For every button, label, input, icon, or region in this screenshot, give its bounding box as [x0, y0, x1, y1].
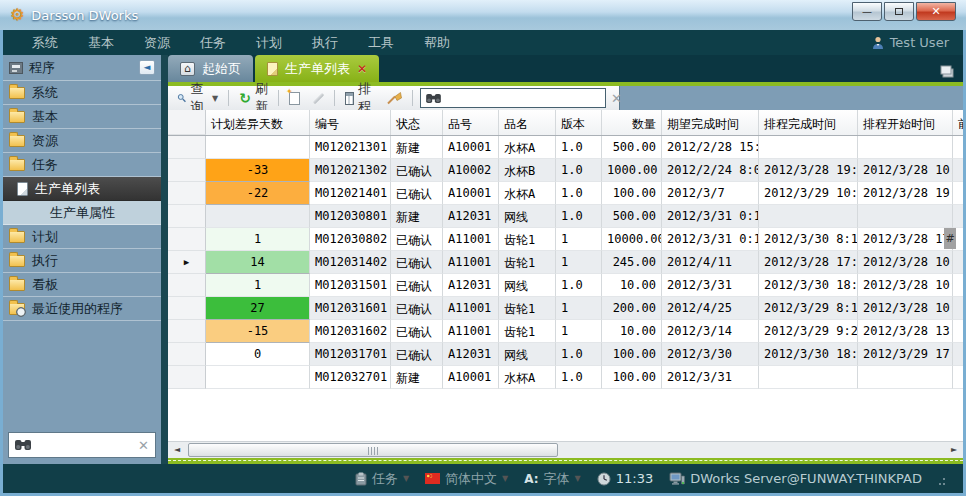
cell-due-time[interactable]: 2012/3/14: [662, 320, 759, 343]
cell-diff-days[interactable]: [206, 366, 310, 389]
table-row[interactable]: 1M012031501已确认A12031网线1.010.002012/3/312…: [168, 274, 963, 297]
sidebar-item-看板[interactable]: 看板: [3, 273, 161, 297]
cell-item-no[interactable]: A12031: [443, 343, 499, 366]
cell-due-time[interactable]: 2012/2/28 15:00: [662, 136, 759, 159]
cell-due-time[interactable]: 2012/2/24 8:00: [662, 159, 759, 182]
row-selector[interactable]: [168, 228, 206, 251]
table-row[interactable]: 0M012031701已确认A12031网线1.0100.002012/3/30…: [168, 343, 963, 366]
sidebar-item-资源[interactable]: 资源: [3, 129, 161, 153]
cell-order-no[interactable]: M012031501: [310, 274, 391, 297]
cell-sched-end[interactable]: 2012/3/30 8:15: [759, 228, 858, 251]
cell-order-no[interactable]: M012021302: [310, 159, 391, 182]
cell-sched-end[interactable]: 2012/3/29 8:15: [759, 297, 858, 320]
sidebar-item-生产单列表[interactable]: 生产单列表: [3, 177, 161, 201]
cell-item-no[interactable]: A10001: [443, 366, 499, 389]
cell-extra[interactable]: [953, 366, 963, 389]
cell-extra[interactable]: [953, 159, 963, 182]
cell-status[interactable]: 新建: [391, 366, 443, 389]
cell-qty[interactable]: 200.00: [602, 297, 662, 320]
cell-status[interactable]: 已确认: [391, 251, 443, 274]
resize-grip[interactable]: [938, 472, 947, 486]
cell-version[interactable]: 1.0: [556, 343, 602, 366]
menu-item-系统[interactable]: 系统: [17, 34, 73, 52]
cell-sched-end[interactable]: 2012/3/29 10:20: [759, 182, 858, 205]
cell-sched-start[interactable]: [858, 366, 953, 389]
cell-version[interactable]: 1.0: [556, 136, 602, 159]
table-row[interactable]: -33M012021302已确认A10002水杯B1.01000.002012/…: [168, 159, 963, 182]
cell-due-time[interactable]: 2012/3/31: [662, 366, 759, 389]
table-row[interactable]: M012032701新建A10001水杯A1.0100.002012/3/31: [168, 366, 963, 389]
cell-item-no[interactable]: A11001: [443, 251, 499, 274]
cell-diff-days[interactable]: 14: [206, 251, 310, 274]
cell-extra[interactable]: [953, 136, 963, 159]
cell-order-no[interactable]: M012031602: [310, 320, 391, 343]
cell-version[interactable]: 1.0: [556, 159, 602, 182]
cell-item-name[interactable]: 网线: [499, 274, 556, 297]
cell-version[interactable]: 1: [556, 320, 602, 343]
cell-sched-end[interactable]: 2012/3/29 9:20: [759, 320, 858, 343]
cell-sched-end[interactable]: [759, 136, 858, 159]
window-list-icon[interactable]: [939, 65, 955, 78]
cell-extra[interactable]: [953, 251, 963, 274]
cell-sched-start[interactable]: 2012/3/28 17:13: [858, 228, 953, 251]
row-selector[interactable]: ▶: [168, 251, 206, 274]
status-language-menu[interactable]: 简体中文 ▼: [425, 470, 508, 488]
toolbar-search-clear-icon[interactable]: ✕: [611, 91, 622, 106]
column-header-前[interactable]: 前: [953, 110, 963, 135]
table-row[interactable]: -22M012021401已确认A10001水杯A1.0100.002012/3…: [168, 182, 963, 205]
sidebar-item-任务[interactable]: 任务: [3, 153, 161, 177]
cell-sched-start[interactable]: 2012/3/29 17:46: [858, 343, 953, 366]
menu-item-资源[interactable]: 资源: [129, 34, 185, 52]
cell-qty[interactable]: 100.00: [602, 366, 662, 389]
cell-qty[interactable]: 500.00: [602, 136, 662, 159]
cell-extra[interactable]: [953, 205, 963, 228]
cell-extra[interactable]: [953, 320, 963, 343]
cell-item-no[interactable]: A10002: [443, 159, 499, 182]
cell-sched-start[interactable]: 2012/3/28 10:52: [858, 251, 953, 274]
table-row[interactable]: -15M012031602已确认A11001齿轮1110.002012/3/14…: [168, 320, 963, 343]
cell-status[interactable]: 已确认: [391, 159, 443, 182]
cell-due-time[interactable]: 2012/3/31: [662, 274, 759, 297]
cell-order-no[interactable]: M012021301: [310, 136, 391, 159]
cell-status[interactable]: 新建: [391, 136, 443, 159]
menu-item-帮助[interactable]: 帮助: [409, 34, 465, 52]
cell-diff-days[interactable]: 1: [206, 228, 310, 251]
cell-sched-end[interactable]: 2012/3/30 18:00: [759, 343, 858, 366]
cell-due-time[interactable]: 2012/3/7: [662, 182, 759, 205]
toolbar-search-input[interactable]: [446, 90, 600, 106]
cell-extra[interactable]: [953, 274, 963, 297]
table-row[interactable]: ▶14M012031402已确认A11001齿轮11245.002012/4/1…: [168, 251, 963, 274]
cell-diff-days[interactable]: [206, 136, 310, 159]
cell-order-no[interactable]: M012031402: [310, 251, 391, 274]
cell-item-no[interactable]: A11001: [443, 228, 499, 251]
cell-diff-days[interactable]: -22: [206, 182, 310, 205]
cell-due-time[interactable]: 2012/4/11: [662, 251, 759, 274]
cell-diff-days[interactable]: [206, 205, 310, 228]
cell-sched-start[interactable]: 2012/3/28 10:52: [858, 297, 953, 320]
column-header-品名[interactable]: 品名: [499, 110, 556, 135]
cell-item-name[interactable]: 水杯A: [499, 182, 556, 205]
menu-item-任务[interactable]: 任务: [185, 34, 241, 52]
column-header-排程开始时间[interactable]: 排程开始时间: [858, 110, 953, 135]
menu-item-执行[interactable]: 执行: [297, 34, 353, 52]
cell-version[interactable]: 1.0: [556, 205, 602, 228]
cell-version[interactable]: 1.0: [556, 366, 602, 389]
column-header-编号[interactable]: 编号: [310, 110, 391, 135]
column-header-版本[interactable]: 版本: [556, 110, 602, 135]
cell-item-no[interactable]: A11001: [443, 297, 499, 320]
cell-item-no[interactable]: A12031: [443, 205, 499, 228]
cell-item-no[interactable]: A12031: [443, 274, 499, 297]
cell-sched-end[interactable]: [759, 366, 858, 389]
tab-close-icon[interactable]: ✕: [357, 62, 367, 76]
cell-due-time[interactable]: 2012/3/30: [662, 343, 759, 366]
cell-status[interactable]: 已确认: [391, 274, 443, 297]
column-header-计划差异天数[interactable]: 计划差异天数: [206, 110, 310, 135]
menu-item-计划[interactable]: 计划: [241, 34, 297, 52]
cell-order-no[interactable]: M012031701: [310, 343, 391, 366]
cell-status[interactable]: 已确认: [391, 297, 443, 320]
row-selector[interactable]: [168, 343, 206, 366]
cell-qty[interactable]: 10.00: [602, 274, 662, 297]
cell-item-name[interactable]: 网线: [499, 343, 556, 366]
cell-sched-end[interactable]: 2012/3/30 18:00: [759, 274, 858, 297]
sidebar-splitter[interactable]: [161, 55, 168, 464]
